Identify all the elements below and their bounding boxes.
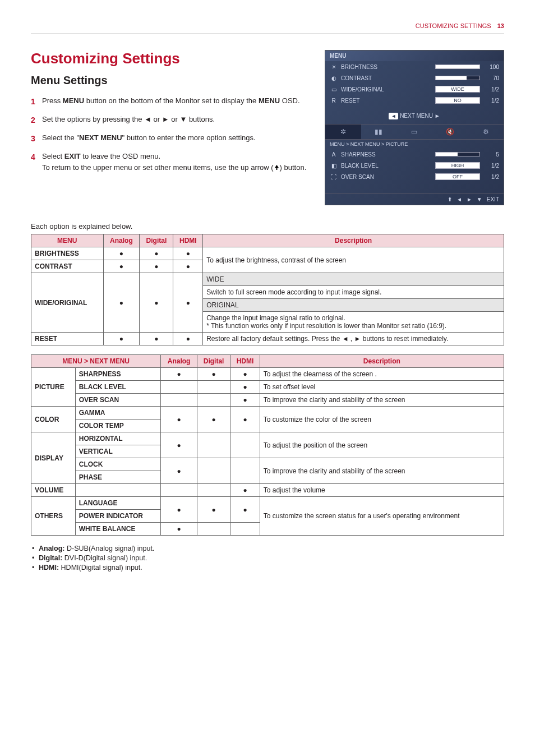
cell-menu: CONTRAST [31, 260, 104, 273]
cell-dot: ● [230, 394, 260, 407]
osd-value: 1/2 [483, 86, 499, 93]
cell-menu: WHITE BALANCE [75, 523, 161, 536]
osd-value: 100 [483, 64, 499, 70]
cell-desc: To adjust the position of the screen [260, 432, 504, 458]
cell-empty [161, 394, 197, 407]
sharpness-icon: A [330, 150, 338, 158]
cell-menu: LANGUAGE [75, 497, 161, 510]
osd-slider-fill [436, 76, 467, 80]
cell-empty [230, 458, 260, 484]
table-header-row: MENU Analog Digital HDMI Description [31, 234, 504, 247]
osd-row-reset: RRESETNO1/2 [325, 95, 504, 106]
osd-next-row: ◄ NEXT MENU ► [325, 106, 504, 124]
step-text: Press [42, 96, 63, 105]
note-text: HDMI(Digital signal) input. [59, 564, 142, 571]
exit-label: EXIT [487, 196, 499, 202]
nav-left-icon: ◄ [389, 113, 398, 119]
osd-label: SHARPNESS [341, 151, 432, 158]
nextmenu-table: MENU > NEXT MENU Analog Digital HDMI Des… [31, 354, 504, 536]
osd-value-pill: OFF [435, 173, 480, 180]
osd-value: 5 [483, 151, 499, 158]
cell-menu: PHASE [75, 471, 161, 484]
osd-row-wide: ▭WIDE/ORIGINALWIDE1/2 [325, 84, 504, 95]
cell-dot: ● [173, 273, 203, 333]
table-row: BLACK LEVEL ● To set offset level [31, 381, 504, 394]
table-row: OTHERS LANGUAGE ● ● ● To customize the s… [31, 497, 504, 510]
cell-dot: ● [230, 484, 260, 497]
col-analog: Analog [161, 355, 197, 368]
section-heading: Menu Settings [31, 74, 313, 87]
cell-desc: Change the input image signal ratio to o… [203, 312, 504, 333]
osd-slider [435, 64, 480, 69]
cell-dot: ● [230, 407, 260, 432]
cell-menu: RESET [31, 333, 104, 345]
osd-value-pill: NO [435, 97, 480, 104]
osd-row-overscan: ⛶OVER SCANOFF1/2 [325, 171, 504, 182]
step-4: Select EXIT to leave the OSD menu. To re… [31, 151, 313, 174]
osd-value: 1/2 [483, 98, 499, 104]
color-tab-icon: ▮▮ [361, 125, 397, 139]
cell-menu: VERTICAL [75, 445, 161, 458]
note-hdmi: HDMI: HDMI(Digital signal) input. [31, 564, 504, 571]
note-key: Digital: [39, 554, 62, 562]
cell-empty [197, 484, 230, 497]
cell-desc: To customize the screen status for a use… [260, 497, 504, 536]
osd-slider [435, 76, 480, 80]
cell-category: PICTURE [31, 368, 76, 407]
table-header-row: MENU > NEXT MENU Analog Digital HDMI Des… [31, 355, 504, 368]
table-intro-text: Each option is explained below. [31, 222, 504, 231]
cell-menu: SHARPNESS [75, 368, 161, 381]
step-text: button on the bottom of the Monitor set … [84, 96, 259, 105]
cell-menu: POWER INDICATOR [75, 510, 161, 523]
cell-desc: To adjust the volume [260, 484, 504, 497]
step-1: Press MENU button on the bottom of the M… [31, 96, 313, 107]
cell-dot: ● [103, 333, 140, 345]
nav-left-icon: ◄ [456, 196, 462, 202]
table-row: DISPLAY HORIZONTAL ● To adjust the posit… [31, 432, 504, 445]
cell-empty [197, 394, 230, 407]
cell-empty [161, 381, 197, 394]
steps-list: Press MENU button on the bottom of the M… [31, 96, 313, 173]
display-tab-icon: ▭ [396, 125, 432, 139]
table-row: BRIGHTNESS ● ● ● To adjust the brightnes… [31, 247, 504, 260]
aspect-icon: ▭ [330, 85, 338, 93]
cell-menu: BRIGHTNESS [31, 247, 104, 260]
up-arrow-icon: ⬆ [448, 196, 452, 202]
step-text: To return to the upper menu or set other… [42, 163, 274, 172]
osd-bottom-nav: ⬆ ◄ ► ▼ EXIT [325, 193, 504, 205]
cell-menu: WIDE/ORIGINAL [31, 273, 104, 333]
sun-icon: ☀ [330, 63, 338, 71]
header-rule [31, 34, 504, 34]
cell-category: VOLUME [31, 484, 76, 497]
step-text: to leave the OSD menu. [81, 152, 160, 160]
volume-tab-icon: 🔇 [432, 125, 468, 139]
osd-label: BLACK LEVEL [341, 163, 432, 169]
cell-desc: Restore all factory default settings. Pr… [203, 333, 504, 345]
cell-dot: ● [161, 407, 197, 432]
col-hdmi: HDMI [230, 355, 260, 368]
col-hdmi: HDMI [173, 234, 203, 247]
osd-value-pill: WIDE [435, 86, 480, 93]
cell-dot: ● [140, 247, 173, 260]
cell-dot: ● [161, 432, 197, 458]
cell-empty [197, 381, 230, 394]
cell-dot: ● [197, 497, 230, 523]
cell-dot: ● [103, 247, 140, 260]
step-keyword: MENU [63, 96, 84, 105]
note-key: HDMI: [39, 564, 59, 571]
osd-value-pill: HIGH [435, 162, 480, 169]
table-row: WIDE/ORIGINAL ● ● ● WIDE [31, 273, 504, 286]
osd-category-icons: ✲ ▮▮ ▭ 🔇 ⚙ [325, 124, 504, 140]
note-key: Analog: [39, 545, 65, 552]
step-subtext: To return to the upper menu or set other… [42, 163, 313, 173]
cell-dot: ● [140, 260, 173, 273]
nav-down-icon: ▼ [477, 196, 482, 202]
col-digital: Digital [197, 355, 230, 368]
cell-dot: ● [161, 368, 197, 381]
table-row: RESET ● ● ● Restore all factory default … [31, 333, 504, 345]
cell-desc: To customize the color of the screen [260, 407, 504, 432]
cell-empty [161, 484, 197, 497]
picture-tab-icon: ✲ [325, 125, 361, 139]
osd-row-brightness: ☀BRIGHTNESS100 [325, 61, 504, 72]
cell-dot: ● [197, 368, 230, 381]
